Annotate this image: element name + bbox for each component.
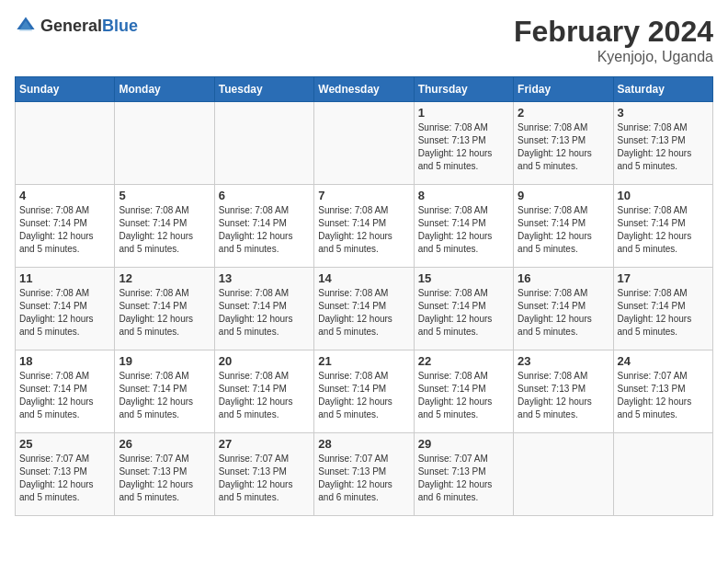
calendar-week-row: 4Sunrise: 7:08 AMSunset: 7:14 PMDaylight… (16, 185, 713, 268)
day-info: Sunrise: 7:08 AMSunset: 7:14 PMDaylight:… (119, 287, 210, 339)
calendar-cell (613, 433, 712, 516)
calendar-cell: 27Sunrise: 7:07 AMSunset: 7:13 PMDayligh… (214, 433, 313, 516)
day-info: Sunrise: 7:08 AMSunset: 7:14 PMDaylight:… (219, 204, 310, 256)
calendar-cell: 13Sunrise: 7:08 AMSunset: 7:14 PMDayligh… (214, 268, 313, 350)
day-of-week-header: Friday (514, 77, 613, 102)
calendar-cell: 28Sunrise: 7:07 AMSunset: 7:13 PMDayligh… (314, 433, 414, 516)
day-info: Sunrise: 7:08 AMSunset: 7:14 PMDaylight:… (119, 370, 210, 421)
day-number: 2 (518, 106, 609, 120)
calendar-cell: 17Sunrise: 7:08 AMSunset: 7:14 PMDayligh… (613, 268, 712, 350)
day-number: 5 (119, 189, 210, 202)
day-info: Sunrise: 7:08 AMSunset: 7:14 PMDaylight:… (19, 287, 110, 339)
day-info: Sunrise: 7:08 AMSunset: 7:14 PMDaylight:… (418, 287, 509, 339)
calendar-cell: 5Sunrise: 7:08 AMSunset: 7:14 PMDaylight… (115, 185, 214, 268)
day-number: 7 (318, 189, 409, 202)
location-title: Kyenjojo, Uganda (514, 49, 713, 65)
day-info: Sunrise: 7:07 AMSunset: 7:13 PMDaylight:… (618, 370, 709, 421)
day-number: 22 (418, 354, 509, 368)
calendar-cell: 14Sunrise: 7:08 AMSunset: 7:14 PMDayligh… (314, 268, 414, 350)
day-number: 15 (418, 271, 509, 285)
calendar-cell (214, 102, 313, 185)
calendar-cell: 12Sunrise: 7:08 AMSunset: 7:14 PMDayligh… (115, 268, 214, 350)
calendar-cell: 29Sunrise: 7:07 AMSunset: 7:13 PMDayligh… (414, 433, 513, 516)
day-info: Sunrise: 7:08 AMSunset: 7:14 PMDaylight:… (318, 370, 409, 421)
day-info: Sunrise: 7:08 AMSunset: 7:14 PMDaylight:… (418, 204, 509, 256)
month-title: February 2024 (514, 15, 713, 49)
day-of-week-header: Saturday (613, 77, 712, 102)
day-info: Sunrise: 7:08 AMSunset: 7:14 PMDaylight:… (618, 204, 709, 256)
calendar-cell: 24Sunrise: 7:07 AMSunset: 7:13 PMDayligh… (613, 350, 712, 433)
calendar-cell: 18Sunrise: 7:08 AMSunset: 7:14 PMDayligh… (16, 350, 115, 433)
calendar-cell: 16Sunrise: 7:08 AMSunset: 7:14 PMDayligh… (514, 268, 613, 350)
day-number: 16 (518, 271, 609, 285)
calendar-week-row: 25Sunrise: 7:07 AMSunset: 7:13 PMDayligh… (16, 433, 713, 516)
day-number: 10 (618, 189, 709, 202)
calendar-cell: 22Sunrise: 7:08 AMSunset: 7:14 PMDayligh… (414, 350, 513, 433)
day-of-week-header: Thursday (414, 77, 513, 102)
calendar-cell: 9Sunrise: 7:08 AMSunset: 7:14 PMDaylight… (514, 185, 613, 268)
calendar-cell: 23Sunrise: 7:08 AMSunset: 7:13 PMDayligh… (514, 350, 613, 433)
day-number: 9 (518, 189, 609, 202)
day-info: Sunrise: 7:07 AMSunset: 7:13 PMDaylight:… (119, 453, 210, 504)
day-info: Sunrise: 7:08 AMSunset: 7:14 PMDaylight:… (518, 204, 609, 256)
day-number: 24 (618, 354, 709, 368)
day-info: Sunrise: 7:08 AMSunset: 7:14 PMDaylight:… (19, 370, 110, 421)
calendar-cell: 3Sunrise: 7:08 AMSunset: 7:13 PMDaylight… (613, 102, 712, 185)
day-info: Sunrise: 7:07 AMSunset: 7:13 PMDaylight:… (318, 453, 409, 504)
calendar-cell: 6Sunrise: 7:08 AMSunset: 7:14 PMDaylight… (214, 185, 313, 268)
calendar-cell: 19Sunrise: 7:08 AMSunset: 7:14 PMDayligh… (115, 350, 214, 433)
day-info: Sunrise: 7:08 AMSunset: 7:14 PMDaylight:… (19, 204, 110, 256)
day-info: Sunrise: 7:08 AMSunset: 7:14 PMDaylight:… (219, 370, 310, 421)
day-number: 28 (318, 437, 409, 451)
day-number: 26 (119, 437, 210, 451)
calendar-week-row: 1Sunrise: 7:08 AMSunset: 7:13 PMDaylight… (16, 102, 713, 185)
day-number: 20 (219, 354, 310, 368)
day-number: 13 (219, 271, 310, 285)
calendar-cell: 1Sunrise: 7:08 AMSunset: 7:13 PMDaylight… (414, 102, 513, 185)
day-number: 25 (19, 437, 110, 451)
calendar-week-row: 11Sunrise: 7:08 AMSunset: 7:14 PMDayligh… (16, 268, 713, 350)
calendar-cell: 21Sunrise: 7:08 AMSunset: 7:14 PMDayligh… (314, 350, 414, 433)
day-number: 14 (318, 271, 409, 285)
day-of-week-header: Monday (115, 77, 214, 102)
day-info: Sunrise: 7:08 AMSunset: 7:14 PMDaylight:… (318, 287, 409, 339)
logo-text: GeneralBlue (40, 17, 138, 36)
calendar-cell: 26Sunrise: 7:07 AMSunset: 7:13 PMDayligh… (115, 433, 214, 516)
day-info: Sunrise: 7:07 AMSunset: 7:13 PMDaylight:… (418, 453, 509, 504)
day-info: Sunrise: 7:08 AMSunset: 7:14 PMDaylight:… (318, 204, 409, 256)
day-number: 11 (19, 271, 110, 285)
calendar-cell (115, 102, 214, 185)
day-info: Sunrise: 7:07 AMSunset: 7:13 PMDaylight:… (19, 453, 110, 504)
day-number: 8 (418, 189, 509, 202)
title-block: February 2024 Kyenjojo, Uganda (514, 15, 713, 65)
calendar-body: 1Sunrise: 7:08 AMSunset: 7:13 PMDaylight… (16, 102, 713, 516)
day-info: Sunrise: 7:08 AMSunset: 7:14 PMDaylight:… (418, 370, 509, 421)
calendar-cell: 8Sunrise: 7:08 AMSunset: 7:14 PMDaylight… (414, 185, 513, 268)
day-info: Sunrise: 7:08 AMSunset: 7:13 PMDaylight:… (418, 121, 509, 173)
day-number: 23 (518, 354, 609, 368)
day-number: 17 (618, 271, 709, 285)
day-number: 1 (418, 106, 509, 120)
calendar-cell: 7Sunrise: 7:08 AMSunset: 7:14 PMDaylight… (314, 185, 414, 268)
calendar-cell: 20Sunrise: 7:08 AMSunset: 7:14 PMDayligh… (214, 350, 313, 433)
calendar-cell: 4Sunrise: 7:08 AMSunset: 7:14 PMDaylight… (16, 185, 115, 268)
day-number: 3 (618, 106, 709, 120)
day-info: Sunrise: 7:08 AMSunset: 7:14 PMDaylight:… (119, 204, 210, 256)
calendar-cell (514, 433, 613, 516)
day-of-week-header: Wednesday (314, 77, 414, 102)
logo: GeneralBlue (15, 15, 138, 37)
calendar-week-row: 18Sunrise: 7:08 AMSunset: 7:14 PMDayligh… (16, 350, 713, 433)
day-number: 27 (219, 437, 310, 451)
calendar-table: SundayMondayTuesdayWednesdayThursdayFrid… (15, 76, 713, 516)
calendar-cell: 25Sunrise: 7:07 AMSunset: 7:13 PMDayligh… (16, 433, 115, 516)
header-row: SundayMondayTuesdayWednesdayThursdayFrid… (16, 77, 713, 102)
day-number: 6 (219, 189, 310, 202)
day-info: Sunrise: 7:08 AMSunset: 7:14 PMDaylight:… (518, 287, 609, 339)
day-info: Sunrise: 7:08 AMSunset: 7:13 PMDaylight:… (618, 121, 709, 173)
day-number: 4 (19, 189, 110, 202)
day-info: Sunrise: 7:07 AMSunset: 7:13 PMDaylight:… (219, 453, 310, 504)
day-info: Sunrise: 7:08 AMSunset: 7:14 PMDaylight:… (219, 287, 310, 339)
day-of-week-header: Tuesday (214, 77, 313, 102)
calendar-cell (16, 102, 115, 185)
calendar-cell (314, 102, 414, 185)
